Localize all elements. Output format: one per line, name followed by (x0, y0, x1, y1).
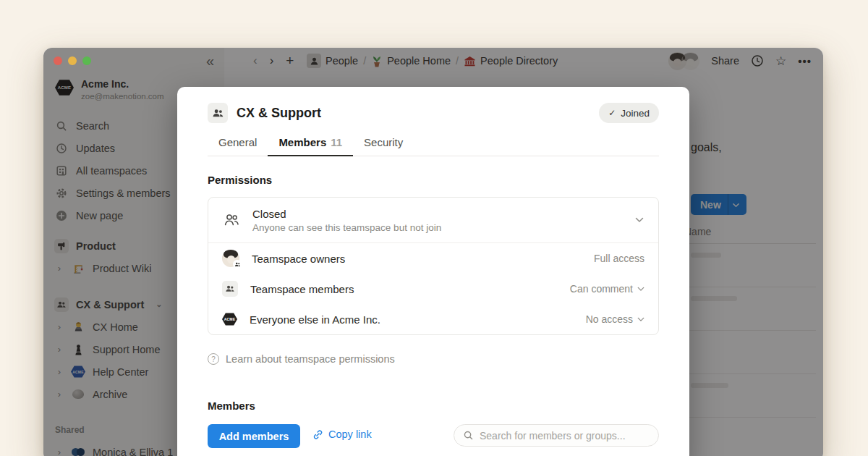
people-outline-icon (223, 211, 240, 229)
joined-button[interactable]: ✓ Joined (599, 103, 659, 123)
permission-value-label: Full access (594, 253, 644, 264)
copy-link-label: Copy link (328, 428, 372, 440)
joined-label: Joined (621, 108, 650, 119)
permission-row-label: Teamspace owners (252, 253, 582, 265)
access-level-title: Closed (252, 208, 441, 220)
people-icon (222, 281, 238, 297)
desktop: { "colors": { "accent-blue": "#2383E2", … (0, 0, 868, 456)
add-members-button[interactable]: Add members (208, 424, 300, 448)
modal-panel: CX & Support ✓ Joined General Members 11… (177, 87, 689, 456)
tab-label: Members (278, 136, 326, 148)
permission-row-owners[interactable]: Teamspace owners Full access (208, 243, 658, 274)
app-window: « ACME Acme Inc. zoe@makenotion.com Sear… (43, 48, 823, 456)
tab-security[interactable]: Security (353, 129, 414, 156)
permission-value-dropdown[interactable]: Can comment (570, 283, 644, 295)
window-controls (54, 56, 91, 65)
tab-general[interactable]: General (208, 129, 268, 156)
teamspace-owners-avatar (222, 250, 239, 267)
copy-link-button[interactable]: Copy link (312, 428, 372, 440)
modal-tabs: General Members 11 Security (208, 129, 659, 156)
chevron-down-icon (637, 317, 644, 322)
close-window-button[interactable] (54, 56, 62, 65)
help-icon: ? (208, 353, 219, 365)
access-level-selector[interactable]: Closed Anyone can see this teamspace but… (208, 198, 658, 243)
permission-value: Full access (594, 253, 644, 264)
permission-row-label: Everyone else in Acme Inc. (250, 313, 574, 326)
zoom-window-button[interactable] (82, 56, 91, 65)
people-mini-badge-icon (233, 260, 242, 269)
tab-label: Security (364, 136, 403, 148)
members-heading: Members (208, 400, 255, 412)
chevron-down-icon (637, 287, 644, 292)
learn-link-label: Learn about teamspace permissions (226, 353, 395, 365)
permission-value-label: Can comment (570, 283, 633, 295)
modal-title: CX & Support (237, 106, 321, 121)
chevron-down-icon (635, 217, 644, 223)
permission-value-dropdown[interactable]: No access (586, 313, 644, 325)
search-icon (463, 430, 474, 441)
tab-count-badge: 11 (331, 136, 342, 148)
teamspace-settings-modal: CX & Support ✓ Joined General Members 11… (177, 87, 689, 456)
member-search (454, 424, 659, 447)
member-search-input[interactable] (480, 430, 650, 442)
check-icon: ✓ (608, 108, 616, 118)
permissions-card: Closed Anyone can see this teamspace but… (208, 197, 659, 335)
permission-row-members[interactable]: Teamspace members Can comment (208, 274, 658, 304)
people-icon (208, 103, 228, 123)
access-level-subtitle: Anyone can see this teamspace but not jo… (252, 222, 441, 233)
link-icon (312, 429, 323, 440)
tab-label: General (218, 136, 257, 148)
permission-row-label: Teamspace members (250, 283, 558, 295)
modal-header: CX & Support (208, 103, 321, 123)
permission-value-label: No access (586, 313, 633, 325)
learn-permissions-link[interactable]: ? Learn about teamspace permissions (208, 353, 395, 365)
tab-members[interactable]: Members 11 (268, 129, 353, 156)
permissions-heading: Permissions (208, 174, 272, 186)
permission-row-everyone[interactable]: ACME Everyone else in Acme Inc. No acces… (208, 304, 658, 334)
acme-logo: ACME (222, 313, 237, 326)
minimize-window-button[interactable] (68, 56, 77, 65)
